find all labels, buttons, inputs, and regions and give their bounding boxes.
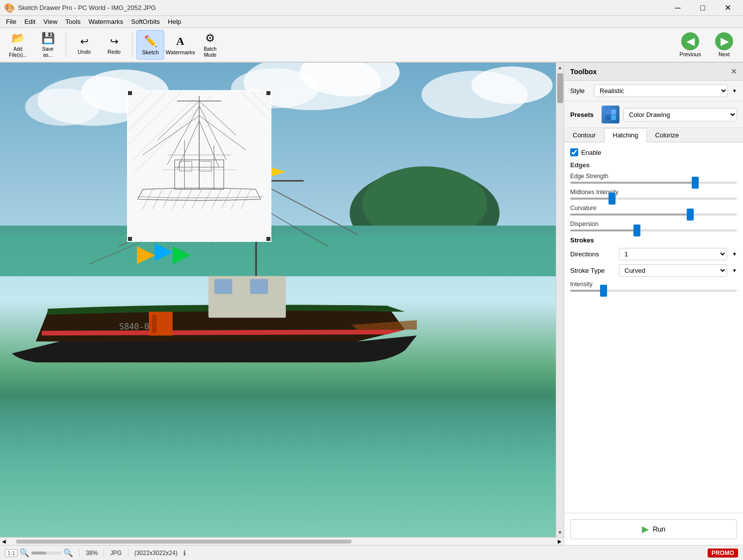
run-button[interactable]: ▶ Run <box>570 519 737 539</box>
scroll-x[interactable]: ◀ ▶ <box>0 537 564 545</box>
corner-tl[interactable] <box>128 91 132 95</box>
watermarks-icon: A <box>176 35 184 48</box>
toolbar: 📂 AddFile(s)... 💾 Saveas... ↩ Undo ↪ Red… <box>0 28 743 63</box>
zoom-level: 38% <box>86 550 98 557</box>
batch-mode-button[interactable]: ⚙ BatchMode <box>196 30 224 60</box>
midtones-intensity-track[interactable] <box>570 198 737 200</box>
canvas-area[interactable]: S840-00706 <box>0 63 556 537</box>
curvature-track[interactable] <box>570 214 737 216</box>
enable-checkbox[interactable] <box>570 148 578 156</box>
run-icon: ▶ <box>642 524 649 535</box>
menu-view[interactable]: View <box>39 17 61 26</box>
previous-button[interactable]: ◀ Previous <box>675 30 705 60</box>
watermarks-label: Watermarks <box>166 49 195 55</box>
midtones-intensity-thumb[interactable] <box>609 193 616 205</box>
add-files-button[interactable]: 📂 AddFile(s)... <box>4 30 32 60</box>
stroke-type-row: Stroke Type Curved Straight Random ▼ <box>570 264 737 277</box>
menu-watermarks[interactable]: Watermarks <box>85 17 127 26</box>
corner-br[interactable] <box>266 237 270 241</box>
undo-icon: ↩ <box>80 35 89 47</box>
undo-button[interactable]: ↩ Undo <box>70 30 98 60</box>
add-files-icon: 📂 <box>11 32 25 45</box>
scroll-thumb-x[interactable] <box>16 540 352 544</box>
zoom-in-button[interactable]: 🔍 <box>63 548 73 558</box>
curvature-thumb[interactable] <box>687 209 694 221</box>
corner-tr[interactable] <box>266 91 270 95</box>
svg-marker-29 <box>173 246 191 264</box>
app-icon: 🎨 <box>4 2 15 13</box>
presets-svg-icon <box>605 109 617 120</box>
tab-hatching[interactable]: Hatching <box>604 128 646 142</box>
status-sep-2 <box>104 549 104 557</box>
tab-colorize[interactable]: Colorize <box>647 128 688 142</box>
presets-select[interactable]: Color Drawing Black & White Pencil Sketc… <box>623 108 737 121</box>
scroll-thumb-y[interactable] <box>557 73 563 103</box>
scroll-right-button[interactable]: ▶ <box>558 539 562 544</box>
maximize-button[interactable]: □ <box>691 0 714 16</box>
sketch-region[interactable] <box>127 90 271 242</box>
menu-file[interactable]: File <box>2 17 20 26</box>
save-as-button[interactable]: 💾 Saveas... <box>34 30 62 60</box>
presets-row: Presets Color Drawing Black & White Penc… <box>564 102 743 128</box>
minimize-button[interactable]: ─ <box>666 0 689 16</box>
sketch-icon: ✏️ <box>144 35 157 48</box>
canvas-content-row: S840-00706 <box>0 63 564 537</box>
midtones-intensity-fill <box>570 198 612 200</box>
save-icon: 💾 <box>41 32 55 45</box>
redo-button[interactable]: ↪ Redo <box>100 30 128 60</box>
presets-label: Presets <box>570 111 598 118</box>
stroke-type-dropdown-icon: ▼ <box>732 268 737 273</box>
scroll-y[interactable]: ▲ ▼ <box>556 63 564 537</box>
close-button[interactable]: ✕ <box>716 0 739 16</box>
corner-bl[interactable] <box>128 237 132 241</box>
edges-section-header: Edges <box>570 161 737 169</box>
directions-row: Directions 1 2 3 4 ▼ <box>570 248 737 260</box>
dispersion-thumb[interactable] <box>633 224 640 236</box>
style-select[interactable]: Realistic Artistic Cartoon <box>594 85 728 97</box>
intensity-thumb[interactable] <box>600 285 607 297</box>
status-sep-1 <box>79 549 80 557</box>
curvature-row: Curvature <box>570 205 737 216</box>
midtones-intensity-label: Midtones Intensity <box>570 189 737 196</box>
edge-strength-track[interactable] <box>570 182 737 184</box>
menu-help[interactable]: Help <box>164 17 185 26</box>
intensity-label: Intensity <box>570 281 737 288</box>
edge-strength-fill <box>570 182 695 184</box>
directions-select[interactable]: 1 2 3 4 <box>619 248 727 260</box>
previous-label: Previous <box>680 51 701 57</box>
next-button[interactable]: ▶ Next <box>709 30 739 60</box>
promo-badge[interactable]: PROMO <box>708 549 738 558</box>
menu-softorbits[interactable]: SoftOrbits <box>127 17 164 26</box>
menu-edit[interactable]: Edit <box>20 17 39 26</box>
zoom-out-button[interactable]: 🔍 <box>19 548 29 558</box>
svg-rect-69 <box>611 110 616 114</box>
svg-rect-24 <box>250 279 268 294</box>
info-icon[interactable]: ℹ <box>183 549 186 557</box>
stroke-type-select[interactable]: Curved Straight Random <box>619 264 727 277</box>
toolbox-close-button[interactable]: ✕ <box>731 67 737 76</box>
tab-contour[interactable]: Contour <box>564 128 604 142</box>
redo-label: Redo <box>108 49 121 55</box>
scroll-up-button[interactable]: ▲ <box>557 64 564 71</box>
directions-label: Directions <box>570 250 615 258</box>
canvas-wrapper: S840-00706 <box>0 63 564 545</box>
intensity-fill <box>570 290 604 292</box>
sketch-button[interactable]: ✏️ Sketch <box>136 30 164 60</box>
toolbox-title: Toolbox <box>570 68 597 76</box>
undo-label: Undo <box>78 49 91 55</box>
scroll-left-button[interactable]: ◀ <box>2 539 6 544</box>
next-label: Next <box>719 51 730 57</box>
style-label: Style <box>570 87 590 95</box>
directions-dropdown-icon: ▼ <box>732 251 737 257</box>
page-indicator: 1:1 <box>5 549 17 557</box>
batch-label: BatchMode <box>204 46 217 58</box>
watermarks-button[interactable]: A Watermarks <box>166 30 194 60</box>
toolbox-panel: Toolbox ✕ Style Realistic Artistic Carto… <box>564 63 743 545</box>
scroll-down-button[interactable]: ▼ <box>557 529 564 536</box>
menu-tools[interactable]: Tools <box>61 17 84 26</box>
dispersion-label: Dispersion <box>570 221 737 227</box>
intensity-track[interactable] <box>570 290 737 292</box>
dispersion-track[interactable] <box>570 229 737 231</box>
edge-strength-thumb[interactable] <box>692 177 699 189</box>
zoom-slider-track[interactable] <box>31 552 61 555</box>
